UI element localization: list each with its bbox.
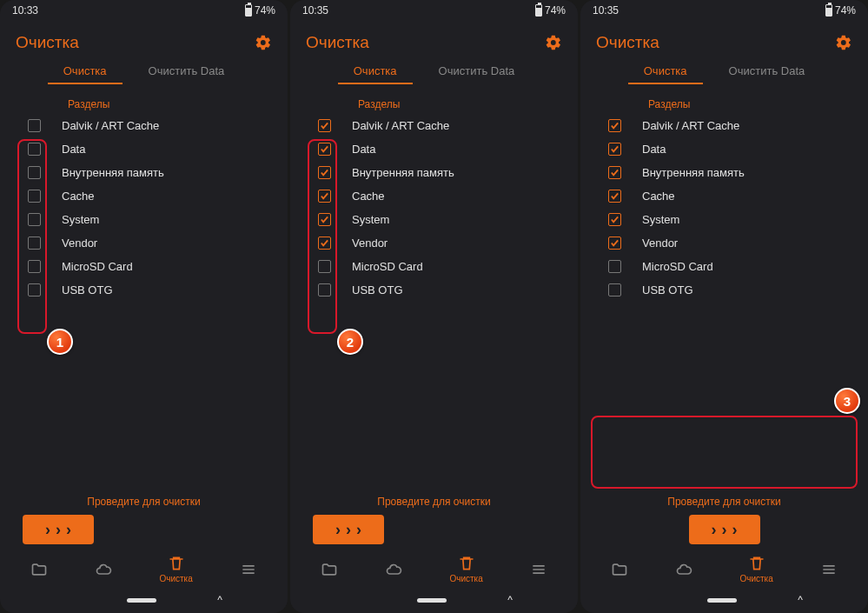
list-item[interactable]: System [16,208,272,231]
checkbox[interactable] [608,213,621,226]
checkbox[interactable] [608,119,621,132]
nav-caret-icon[interactable]: ^ [507,594,513,606]
nav-menu[interactable] [240,561,257,578]
list-item[interactable]: Cache [596,184,852,208]
list-item[interactable]: Dalvik / ART Cache [16,114,272,137]
list-item[interactable]: Внутренняя память [596,161,852,184]
checkbox[interactable] [608,260,621,273]
list-item[interactable]: System [596,208,852,231]
tab-bar: Очистка Очистить Data [580,59,868,84]
list-item[interactable]: Vendor [596,231,852,255]
phone-screen: 10:35 74% Очистка Очистка Очистить DataР… [580,0,868,613]
page-title: Очистка [306,33,369,52]
list-item-label: Data [642,143,666,156]
checkbox[interactable] [608,283,621,297]
list-item[interactable]: Vendor [16,231,272,255]
tab-wipe-data[interactable]: Очистить Data [145,59,229,84]
nav-home-pill[interactable] [707,598,737,603]
list-item[interactable]: Dalvik / ART Cache [596,114,852,137]
list-item[interactable]: MicroSD Card [596,255,852,278]
checkbox[interactable] [318,166,331,179]
checkbox[interactable] [318,260,331,273]
gear-icon[interactable] [835,34,852,51]
list-item[interactable]: Внутренняя память [16,161,272,184]
list-item[interactable]: Cache [16,184,272,208]
list-item-label: USB OTG [352,283,403,297]
gear-icon[interactable] [255,34,272,51]
nav-cloud[interactable] [95,561,112,578]
tab-wipe[interactable]: Очистка [350,59,401,84]
status-battery: 74% [245,4,275,17]
list-item[interactable]: USB OTG [16,278,272,302]
checkbox[interactable] [28,260,41,273]
list-item[interactable]: Dalvik / ART Cache [306,114,562,137]
list-item-label: Внутренняя память [62,166,164,179]
checkbox[interactable] [318,237,331,250]
checkbox[interactable] [28,143,41,156]
swipe-to-wipe-button[interactable]: ››› [313,515,384,544]
nav-menu[interactable] [530,561,547,578]
nav-wipe[interactable]: Очистка [739,555,772,583]
nav-files[interactable] [30,561,48,578]
checkbox[interactable] [318,190,331,203]
list-item-label: Cache [62,190,95,203]
checkbox[interactable] [608,237,621,250]
checkbox[interactable] [608,143,621,156]
checkbox[interactable] [28,119,41,132]
checkbox[interactable] [318,213,331,226]
battery-icon [825,4,832,17]
checkbox[interactable] [28,166,41,179]
list-item[interactable]: Cache [306,184,562,208]
gear-icon[interactable] [545,34,562,51]
nav-cloud[interactable] [675,561,692,578]
list-item[interactable]: USB OTG [596,278,852,302]
list-item[interactable]: Data [306,137,562,161]
swipe-to-wipe-button[interactable]: ››› [689,515,760,544]
nav-caret-icon[interactable]: ^ [798,594,803,606]
nav-caret-icon[interactable]: ^ [217,594,222,606]
nav-home-pill[interactable] [127,598,156,603]
nav-menu[interactable] [820,561,838,578]
tab-wipe-data[interactable]: Очистить Data [435,59,519,84]
list-item[interactable]: MicroSD Card [16,255,272,278]
list-item[interactable]: System [306,208,562,231]
chevron-right-icon: › [335,522,341,537]
nav-files[interactable] [321,561,338,578]
section-header: Разделы [0,84,288,114]
checkbox[interactable] [28,190,41,203]
list-item-label: Vendor [642,237,678,250]
list-item[interactable]: MicroSD Card [306,255,562,278]
list-item[interactable]: Vendor [306,231,562,255]
checkbox[interactable] [28,213,41,226]
checkbox[interactable] [318,119,331,132]
tab-wipe-data[interactable]: Очистить Data [726,59,809,84]
checkbox[interactable] [28,283,41,297]
chevron-right-icon: › [732,522,738,537]
list-item-label: USB OTG [642,283,693,297]
checkbox[interactable] [318,143,331,156]
tab-wipe[interactable]: Очистка [60,59,110,84]
nav-files[interactable] [611,561,628,578]
swipe-hint: Проведите для очистки [290,496,578,508]
nav-wipe[interactable]: Очистка [449,555,482,583]
list-item-label: Cache [642,190,675,203]
nav-wipe[interactable]: Очистка [159,555,192,583]
list-item[interactable]: Внутренняя память [306,161,562,184]
status-bar: 10:35 74% [580,0,868,21]
nav-cloud[interactable] [385,561,402,578]
list-item[interactable]: Data [16,137,272,161]
swipe-to-wipe-button[interactable]: ››› [23,515,94,544]
nav-home-pill[interactable] [417,598,447,603]
checkbox[interactable] [608,166,621,179]
tab-wipe[interactable]: Очистка [640,59,691,84]
battery-percent: 74% [835,4,856,17]
annotation-badge: 2 [337,329,363,355]
list-item[interactable]: Data [596,137,852,161]
checkbox[interactable] [318,283,331,297]
checkbox[interactable] [28,237,41,250]
status-time: 10:35 [593,4,619,17]
list-item-label: Data [352,143,375,156]
status-time: 10:35 [302,4,328,17]
list-item[interactable]: USB OTG [306,278,562,302]
checkbox[interactable] [608,190,621,203]
